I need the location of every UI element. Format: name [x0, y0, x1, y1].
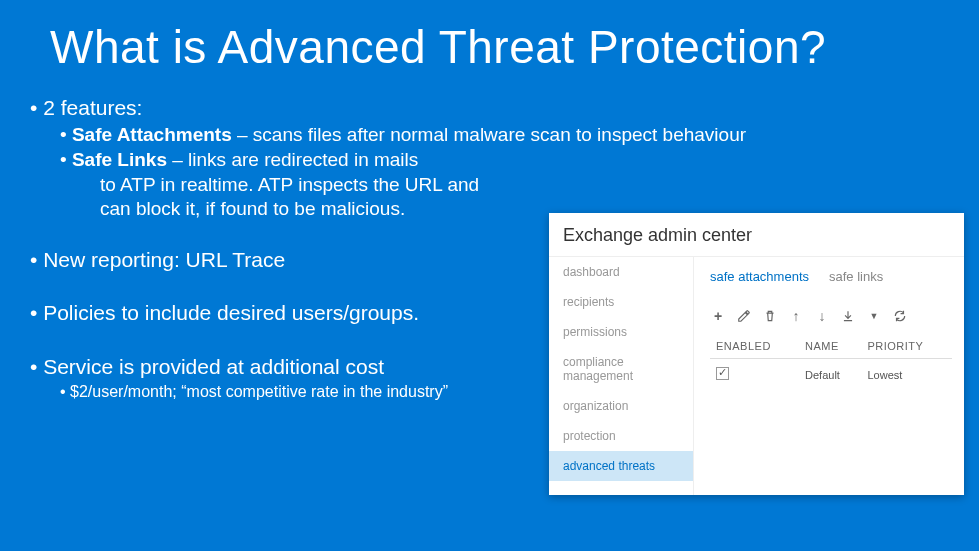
- tab-safe-attachments[interactable]: safe attachments: [710, 269, 809, 284]
- tabs: safe attachments safe links: [710, 269, 952, 284]
- row-name: Default: [799, 359, 861, 391]
- add-icon[interactable]: +: [710, 308, 726, 324]
- edit-icon[interactable]: [736, 308, 752, 324]
- export-icon[interactable]: [840, 308, 856, 324]
- dropdown-icon[interactable]: ▼: [866, 308, 882, 324]
- nav-recipients[interactable]: recipients: [549, 287, 693, 317]
- nav-advanced-threats[interactable]: advanced threats: [549, 451, 693, 481]
- safe-links-bold: Safe Links: [72, 149, 167, 170]
- safe-attach-bold: Safe Attachments: [72, 124, 232, 145]
- refresh-icon[interactable]: [892, 308, 908, 324]
- nav-compliance[interactable]: compliance management: [549, 347, 693, 391]
- col-enabled: ENABLED: [710, 334, 799, 359]
- bullet-safe-links: Safe Links – links are redirected in mai…: [30, 148, 949, 173]
- nav-organization[interactable]: organization: [549, 391, 693, 421]
- row-priority: Lowest: [861, 359, 952, 391]
- safe-links-rest: – links are redirected in mails: [167, 149, 418, 170]
- toolbar: + ↑ ↓ ▼: [710, 308, 952, 324]
- panel-main: safe attachments safe links + ↑ ↓ ▼: [694, 257, 964, 495]
- col-priority: PRIORITY: [861, 334, 952, 359]
- tab-safe-links[interactable]: safe links: [829, 269, 883, 284]
- panel-nav: dashboard recipients permissions complia…: [549, 257, 694, 495]
- slide-title: What is Advanced Threat Protection?: [0, 0, 979, 74]
- nav-protection[interactable]: protection: [549, 421, 693, 451]
- bullet-features: 2 features:: [30, 94, 949, 121]
- nav-dashboard[interactable]: dashboard: [549, 257, 693, 287]
- checkbox-icon[interactable]: [716, 367, 729, 380]
- policy-table: ENABLED NAME PRIORITY Default Lowest: [710, 334, 952, 390]
- safe-links-line2: to ATP in realtime. ATP inspects the URL…: [30, 173, 949, 198]
- exchange-admin-panel: Exchange admin center dashboard recipien…: [549, 213, 964, 495]
- move-down-icon[interactable]: ↓: [814, 308, 830, 324]
- table-row[interactable]: Default Lowest: [710, 359, 952, 391]
- col-name: NAME: [799, 334, 861, 359]
- nav-permissions[interactable]: permissions: [549, 317, 693, 347]
- safe-attach-rest: – scans files after normal malware scan …: [232, 124, 746, 145]
- move-up-icon[interactable]: ↑: [788, 308, 804, 324]
- delete-icon[interactable]: [762, 308, 778, 324]
- bullet-safe-attachments: Safe Attachments – scans files after nor…: [30, 123, 949, 148]
- panel-title: Exchange admin center: [549, 213, 964, 257]
